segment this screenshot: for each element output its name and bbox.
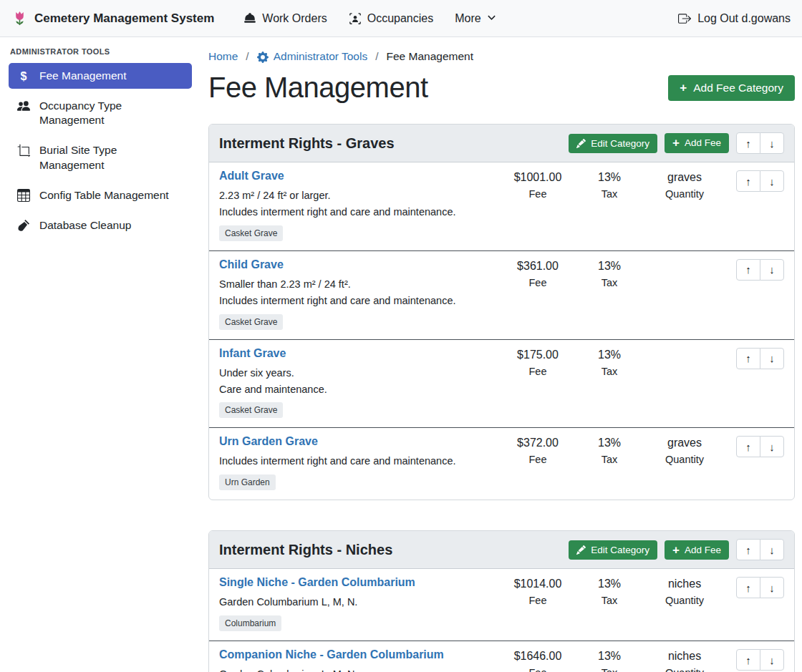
fee-amount-label: Fee (502, 277, 574, 288)
tax-value: 13% (574, 349, 645, 361)
sidebar-item-label: Fee Management (39, 69, 127, 83)
quantity-stat (645, 347, 724, 349)
tax-label: Tax (574, 277, 645, 288)
occupant-frame-icon (349, 12, 362, 25)
fee-amount: $175.00 (502, 349, 574, 361)
breadcrumb-current: Fee Management (387, 50, 474, 63)
move-fee-up-button[interactable]: ↑ (736, 436, 760, 457)
move-fee-up-button[interactable]: ↑ (736, 348, 760, 369)
sidebar-item-occupancy-type-management[interactable]: Occupancy Type Management (9, 93, 192, 133)
tax-stat: 13% Tax (574, 170, 645, 200)
move-category-down-button[interactable]: ↓ (760, 539, 784, 560)
fee-name-link[interactable]: Single Niche - Garden Columbarium (219, 576, 415, 589)
tax-label: Tax (574, 667, 645, 672)
table-icon (17, 189, 30, 202)
fee-info: Single Niche - Garden Columbarium Garden… (219, 576, 502, 631)
fee-name-link[interactable]: Companion Niche - Garden Columbarium (219, 648, 444, 661)
fee-name-link[interactable]: Infant Grave (219, 347, 286, 360)
fee-info: Child Grave Smaller than 2.23 m² / 24 ft… (219, 258, 502, 330)
fee-name-link[interactable]: Urn Garden Grave (219, 435, 318, 448)
nav-item-more[interactable]: More (455, 12, 496, 25)
fee-description: Under six years. (219, 365, 502, 381)
edit-category-label: Edit Category (591, 545, 649, 555)
sidebar-item-fee-management[interactable]: $ Fee Management (9, 63, 192, 89)
chevron-down-icon (487, 14, 496, 23)
fee-row: Urn Garden Grave Includes interment righ… (209, 427, 794, 500)
fee-amount: $1001.00 (502, 171, 574, 184)
move-fee-down-button[interactable]: ↓ (760, 649, 784, 671)
move-fee-up-button[interactable]: ↑ (736, 259, 760, 281)
logout-button[interactable]: Log Out d.gowans (678, 12, 791, 25)
pencil-icon (576, 545, 586, 555)
nav-item-label: Work Orders (262, 12, 327, 25)
fee-description: 2.23 m² / 24 ft² or larger. (219, 188, 502, 204)
move-fee-down-button[interactable]: ↓ (760, 348, 784, 369)
fee-name-link[interactable]: Child Grave (219, 258, 284, 271)
nav-item-occupancies[interactable]: Occupancies (349, 12, 434, 25)
quantity-stat: niches Quantity (645, 576, 724, 606)
move-fee-down-button[interactable]: ↓ (760, 170, 784, 192)
quantity-stat: graves Quantity (645, 435, 724, 465)
fee-name-link[interactable]: Adult Grave (219, 170, 284, 182)
crop-icon (17, 144, 30, 157)
fee-reorder-group: ↑ ↓ (736, 170, 784, 192)
fee-reorder-group: ↑ ↓ (736, 435, 784, 457)
move-fee-up-button[interactable]: ↑ (736, 649, 760, 671)
add-fee-button[interactable]: + Add Fee (665, 133, 729, 152)
edit-category-button[interactable]: Edit Category (569, 540, 657, 560)
fee-description: Care and maintenance. (219, 381, 502, 398)
fee-amount-label: Fee (502, 595, 574, 606)
move-fee-down-button[interactable]: ↓ (760, 436, 784, 457)
sidebar-item-label: Burial Site Type Management (39, 143, 173, 172)
tax-label: Tax (574, 366, 645, 377)
move-fee-up-button[interactable]: ↑ (736, 577, 760, 598)
tax-stat: 13% Tax (574, 648, 645, 672)
sidebar-item-label: Config Table Management (39, 188, 169, 203)
quantity-unit: niches (645, 650, 724, 663)
breadcrumb-admin-tools-link[interactable]: Administrator Tools (274, 50, 368, 63)
fee-stat: $1646.00 Fee (502, 648, 574, 672)
fee-row: Companion Niche - Garden Columbarium Gar… (209, 641, 794, 672)
add-fee-button[interactable]: + Add Fee (665, 540, 729, 560)
quantity-unit: graves (645, 171, 724, 184)
tax-stat: 13% Tax (574, 347, 645, 377)
breadcrumb-home-link[interactable]: Home (208, 50, 238, 63)
move-fee-down-button[interactable]: ↓ (760, 577, 784, 598)
fee-description: Garden Columbarium L, M, N. (219, 666, 502, 672)
edit-category-label: Edit Category (591, 138, 649, 149)
fee-stat: $1014.00 Fee (502, 576, 574, 606)
move-fee-down-button[interactable]: ↓ (760, 259, 784, 281)
move-category-up-button[interactable]: ↑ (736, 539, 760, 560)
sidebar-heading: Administrator Tools (9, 47, 192, 63)
plus-icon: + (672, 545, 680, 555)
people-icon (17, 99, 30, 112)
fee-description: Includes interment right and care and ma… (219, 204, 502, 220)
add-fee-category-button[interactable]: + Add Fee Category (668, 75, 795, 101)
tulip-logo-icon (11, 10, 28, 26)
edit-category-button[interactable]: Edit Category (569, 134, 657, 153)
move-fee-up-button[interactable]: ↑ (736, 170, 760, 192)
app-brand[interactable]: Cemetery Management System (11, 10, 214, 26)
fee-description: Garden Columbarium L, M, N. (219, 594, 502, 610)
fee-reorder-group: ↑ ↓ (736, 648, 784, 671)
tax-stat: 13% Tax (574, 258, 645, 288)
fee-amount: $372.00 (502, 437, 574, 449)
fee-type-badge: Urn Garden (219, 474, 276, 490)
sidebar-item-config-table-management[interactable]: Config Table Management (9, 182, 192, 208)
broom-icon (17, 219, 30, 232)
nav-item-work-orders[interactable]: Work Orders (243, 12, 327, 25)
tax-label: Tax (574, 454, 645, 465)
fee-descriptions: Under six years.Care and maintenance. (219, 365, 502, 398)
sidebar-item-label: Occupancy Type Management (39, 99, 173, 127)
move-category-down-button[interactable]: ↓ (760, 132, 784, 154)
sidebar-item-database-cleanup[interactable]: Database Cleanup (9, 213, 192, 238)
category-fee-list: Single Niche - Garden Columbarium Garden… (209, 569, 794, 672)
sidebar-item-label: Database Cleanup (39, 218, 131, 233)
fee-stat: $361.00 Fee (502, 258, 574, 288)
sidebar-item-burial-site-type-management[interactable]: Burial Site Type Management (9, 137, 192, 177)
breadcrumb: Home / Administrator Tools / Fee Managem… (208, 50, 795, 63)
move-category-up-button[interactable]: ↑ (736, 132, 760, 154)
fee-info: Infant Grave Under six years.Care and ma… (219, 347, 502, 419)
quantity-label: Quantity (645, 595, 724, 606)
quantity-stat: graves Quantity (645, 170, 724, 200)
